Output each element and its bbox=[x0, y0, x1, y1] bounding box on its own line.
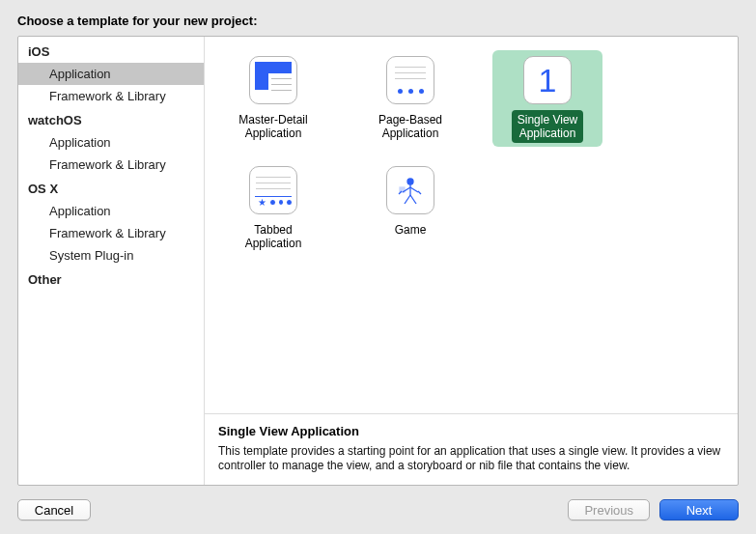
sidebar-group-ios: iOS bbox=[18, 39, 204, 63]
template-label: TabbedApplication bbox=[239, 220, 308, 253]
sheet-heading: Choose a template for your new project: bbox=[17, 14, 739, 28]
svg-rect-6 bbox=[400, 187, 405, 192]
sidebar-item-ios-application[interactable]: Application bbox=[18, 63, 204, 85]
template-label: Master-DetailApplication bbox=[233, 110, 313, 143]
sidebar-item-osx-framework[interactable]: Framework & Library bbox=[18, 222, 204, 244]
template-tabbed[interactable]: ★ TabbedApplication bbox=[218, 160, 328, 257]
template-category-sidebar: iOS Application Framework & Library watc… bbox=[18, 37, 205, 485]
sidebar-group-other[interactable]: Other bbox=[18, 267, 204, 291]
sidebar-group-watchos: watchOS bbox=[18, 107, 204, 131]
template-master-detail[interactable]: Master-DetailApplication bbox=[218, 50, 328, 147]
template-content: Master-DetailApplication Page-BasedAppli… bbox=[205, 37, 738, 485]
svg-line-5 bbox=[410, 195, 416, 204]
svg-line-3 bbox=[410, 187, 418, 192]
cancel-button[interactable]: Cancel bbox=[17, 499, 91, 520]
sidebar-item-osx-system-plugin[interactable]: System Plug-in bbox=[18, 244, 204, 267]
template-description-body: This template provides a starting point … bbox=[218, 444, 724, 473]
template-single-view[interactable]: 1 Single ViewApplication bbox=[492, 50, 602, 147]
sidebar-item-watchos-application[interactable]: Application bbox=[18, 131, 204, 154]
single-view-icon: 1 bbox=[523, 56, 572, 104]
template-grid: Master-DetailApplication Page-BasedAppli… bbox=[205, 37, 738, 413]
template-label: Page-BasedApplication bbox=[373, 110, 448, 143]
page-based-icon bbox=[386, 56, 434, 104]
button-bar: Cancel Previous Next bbox=[17, 499, 739, 520]
tabbed-icon: ★ bbox=[249, 166, 297, 214]
template-label: Game bbox=[389, 220, 433, 239]
svg-point-0 bbox=[407, 179, 413, 184]
sidebar-item-watchos-framework[interactable]: Framework & Library bbox=[18, 154, 204, 176]
template-game[interactable]: Game bbox=[355, 160, 465, 257]
master-detail-icon bbox=[249, 56, 297, 104]
template-page-based[interactable]: Page-BasedApplication bbox=[355, 50, 465, 147]
new-project-sheet: Choose a template for your new project: … bbox=[0, 0, 756, 534]
next-button[interactable]: Next bbox=[659, 499, 739, 520]
main-area: iOS Application Framework & Library watc… bbox=[17, 36, 739, 486]
sidebar-group-osx: OS X bbox=[18, 176, 204, 200]
svg-line-4 bbox=[405, 195, 410, 204]
template-description-title: Single View Application bbox=[218, 424, 724, 438]
sidebar-item-osx-application[interactable]: Application bbox=[18, 200, 204, 222]
previous-button[interactable]: Previous bbox=[568, 499, 650, 520]
game-icon bbox=[386, 166, 434, 214]
template-description-pane: Single View Application This template pr… bbox=[205, 413, 738, 485]
template-label: Single ViewApplication bbox=[512, 110, 583, 143]
sidebar-item-ios-framework[interactable]: Framework & Library bbox=[18, 85, 204, 107]
